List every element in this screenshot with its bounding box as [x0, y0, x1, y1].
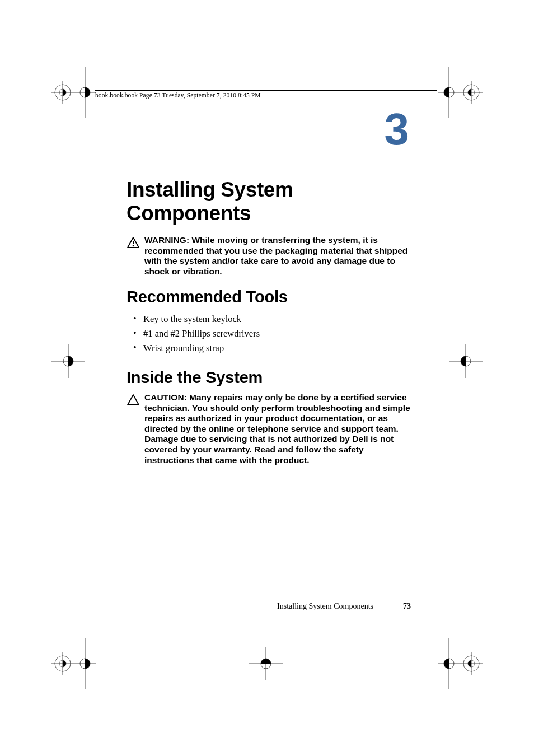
caution-icon: [127, 394, 140, 408]
warning-icon: [127, 236, 140, 251]
svg-point-7: [444, 87, 454, 97]
list-item: Key to the system keylock: [143, 312, 412, 326]
header-text: book.book.book Page 73 Tuesday, Septembe…: [95, 92, 261, 99]
section-heading-tools: Recommended Tools: [127, 288, 412, 306]
crop-mark-mid-left: [51, 344, 85, 378]
crop-mark-mid-right: [449, 344, 483, 378]
print-page: book.book.book Page 73 Tuesday, Septembe…: [0, 0, 534, 756]
section-heading-inside: Inside the System: [127, 368, 412, 387]
svg-point-3: [59, 89, 66, 96]
svg-point-20: [55, 656, 71, 671]
header-rule: [95, 90, 437, 91]
svg-marker-40: [128, 395, 139, 405]
content-area: Installing System Components WARNING: Wh…: [127, 178, 412, 477]
svg-point-4: [80, 87, 90, 97]
svg-point-10: [463, 85, 479, 100]
warning-notice: WARNING: While moving or transferring th…: [127, 235, 412, 277]
svg-point-24: [80, 659, 90, 669]
svg-point-23: [59, 660, 66, 667]
crop-mark-bottom-center: [249, 647, 283, 680]
footer-section: Installing System Components: [277, 602, 373, 611]
list-item: Wrist grounding strap: [143, 341, 412, 356]
chapter-number: 3: [385, 104, 409, 155]
svg-point-33: [463, 656, 479, 671]
crop-mark-bottom-left: [51, 638, 102, 689]
svg-point-30: [444, 659, 454, 669]
svg-point-14: [63, 356, 73, 366]
svg-point-13: [468, 89, 475, 96]
crop-mark-top-right: [432, 67, 483, 118]
chapter-title: Installing System Components: [127, 178, 412, 225]
caution-lead: CAUTION:: [144, 393, 189, 402]
footer-divider: [388, 603, 388, 610]
caution-notice: CAUTION: Many repairs may only be done b…: [127, 393, 412, 465]
warning-text: WARNING: While moving or transferring th…: [144, 235, 412, 277]
crop-mark-bottom-right: [432, 638, 483, 689]
tools-list: Key to the system keylock #1 and #2 Phil…: [127, 312, 412, 355]
svg-point-27: [261, 659, 271, 669]
crop-mark-top-left: [51, 67, 102, 118]
caution-body: Many repairs may only be done by a certi…: [144, 393, 410, 465]
list-item: #1 and #2 Phillips screwdrivers: [143, 326, 412, 341]
footer-page-number: 73: [403, 602, 411, 611]
svg-point-17: [461, 356, 471, 366]
svg-point-36: [468, 660, 475, 667]
caution-text: CAUTION: Many repairs may only be done b…: [144, 393, 412, 465]
svg-point-39: [133, 245, 134, 247]
warning-lead: WARNING:: [144, 235, 191, 245]
svg-point-0: [55, 85, 71, 100]
